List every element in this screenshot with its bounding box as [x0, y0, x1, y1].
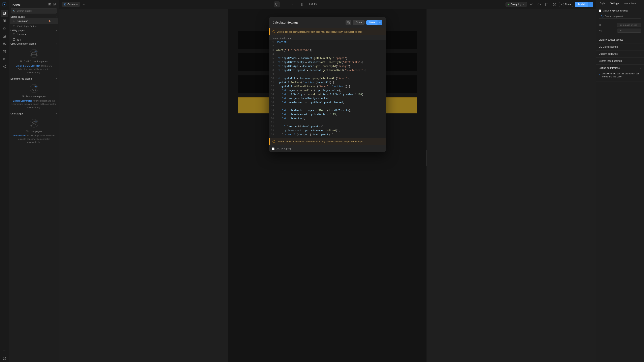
mobile-landscape-icon[interactable]	[290, 1, 297, 7]
publish-btn-main[interactable]: Publish	[575, 2, 588, 7]
search-icon: 🔍	[12, 10, 15, 12]
svg-point-13	[5, 65, 6, 66]
div-block-section-header[interactable]: Div Block settings ›	[599, 45, 641, 48]
editing-permissions-section-header[interactable]: Editing permissions ▾	[599, 66, 641, 69]
pages-icon[interactable]	[1, 10, 8, 17]
tab-settings[interactable]: Settings	[608, 0, 621, 7]
page-item-calculator[interactable]: Calculator 🏠 ›	[10, 18, 58, 24]
integrations-icon[interactable]	[1, 63, 8, 70]
editing-permissions-checkbox-row: ✓ Allow users to edit this element in ed…	[599, 71, 641, 79]
svg-line-65	[562, 4, 563, 4]
app-tab[interactable]: Calculator	[62, 2, 80, 7]
desktop-icon[interactable]	[274, 1, 280, 7]
svg-rect-26	[13, 33, 15, 35]
line-wrap-label[interactable]: Line wrapping	[272, 147, 291, 150]
users-enable-link[interactable]: Enable Users	[13, 134, 26, 137]
svg-point-61	[563, 3, 563, 4]
chat-icon[interactable]	[544, 1, 550, 7]
svg-rect-24	[13, 20, 15, 22]
code-icon[interactable]	[536, 1, 542, 7]
custom-attributes-section-header[interactable]: Custom attributes ›	[599, 52, 641, 55]
mobile-icon[interactable]	[299, 1, 305, 7]
code-line-11: 11inputsAll.forEach(function (inputsAll)…	[269, 81, 386, 85]
more-button[interactable]: ···	[82, 3, 87, 6]
create-component-button[interactable]: Create component	[599, 14, 641, 19]
cms-pages-empty-icon	[29, 48, 39, 58]
pages-add-folder-icon[interactable]	[48, 2, 51, 7]
before-body-label: Before </body> tag	[272, 37, 291, 39]
modal-copy-icon[interactable]	[346, 20, 351, 25]
ecommerce-pages-section-header[interactable]: Ecommerce pages ▾	[9, 77, 59, 80]
code-editor[interactable]: 1<script> 2 3alert("It's connected."); 4…	[269, 40, 386, 138]
modal-close-button[interactable]: Close	[353, 20, 365, 25]
modal-save-button[interactable]: Save	[366, 20, 378, 25]
svg-rect-47	[64, 3, 66, 5]
right-panel-tabs: Style Settings Interactions	[596, 0, 644, 7]
id-field-section: ID Tag Div Section Article Nav Header Fo…	[596, 21, 644, 36]
app-logo[interactable]	[2, 1, 7, 7]
users-icon[interactable]	[1, 40, 8, 47]
mode-button[interactable]: Designing	[506, 2, 527, 7]
code-line-18: 18 let priceBasic = pages * 500 * (1 + d…	[269, 109, 386, 113]
svg-line-64	[562, 4, 563, 5]
page-item-password[interactable]: Password	[10, 32, 58, 37]
ecommerce-icon[interactable]	[1, 48, 8, 55]
padding-global-section: padding-global Settings Create component	[596, 7, 644, 21]
tab-interactions[interactable]: Interactions	[621, 0, 638, 7]
cms-create-link[interactable]: Create a CMS Collection	[16, 64, 40, 67]
tablet-icon[interactable]	[282, 1, 288, 7]
static-pages-list: Calculator 🏠 › [Draft] Style Guide	[9, 18, 59, 29]
cms-pages-section-header[interactable]: CMS Collection pages ▾	[9, 42, 59, 45]
publish-dropdown-icon[interactable]	[588, 2, 593, 7]
padding-global-checkbox[interactable]	[599, 9, 601, 12]
id-field-input[interactable]	[617, 23, 641, 27]
logic-icon[interactable]: [F	[1, 55, 8, 63]
cms-pages-empty-desc: Create a CMS Collection and a CMS Collec…	[11, 64, 56, 74]
page-item-404[interactable]: 404	[10, 37, 58, 42]
settings-icon[interactable]	[1, 355, 8, 362]
canvas-bg: Opages 0% loppement	[59, 9, 596, 362]
svg-rect-6	[3, 21, 4, 22]
components-icon[interactable]	[1, 17, 8, 24]
checkmark-icon[interactable]	[528, 1, 534, 7]
page-chevron-icon[interactable]: ›	[52, 19, 56, 23]
code-line-16: 16 let development = inputDevelopment.ch…	[269, 101, 386, 105]
visibility-section-header[interactable]: Visibility & user access ›	[599, 38, 641, 41]
share-button[interactable]: Share	[559, 2, 573, 7]
layers-icon[interactable]	[1, 25, 8, 32]
tag-field-select[interactable]: Div Section Article Nav Header Footer	[617, 28, 641, 32]
utility-pages-section-header[interactable]: Utility pages ▾	[9, 29, 59, 32]
line-wrap-checkbox[interactable]	[272, 147, 274, 150]
pages-add-icon[interactable]	[52, 2, 56, 7]
search-index-section-header[interactable]: Search index settings ›	[599, 59, 641, 62]
svg-marker-60	[554, 4, 555, 5]
play-icon[interactable]	[552, 1, 558, 7]
publish-icon[interactable]	[1, 347, 8, 354]
ecommerce-pages-chevron: ▾	[56, 78, 57, 80]
code-line-7: 7let inputDesign = document.getElementBy…	[269, 65, 386, 69]
ecommerce-enable-link[interactable]: Enable Ecommerce	[13, 99, 32, 102]
assets-icon[interactable]	[1, 32, 8, 40]
code-line-15: 15 let design = inputDesign.checked;	[269, 97, 386, 101]
pages-header-icons	[48, 2, 56, 7]
page-home-icon[interactable]: 🏠	[48, 19, 51, 23]
svg-rect-55	[292, 3, 295, 5]
static-pages-chevron: ▾	[56, 16, 57, 18]
static-pages-section-header[interactable]: Static pages ▾	[9, 15, 59, 18]
modal-save-group: Save ▾	[366, 20, 382, 25]
modal-footer: Line wrapping	[269, 145, 386, 152]
user-pages-section-header[interactable]: User pages ▾	[9, 112, 59, 115]
svg-rect-66	[348, 22, 350, 23]
svg-point-18	[4, 358, 5, 359]
page-item-style-guide[interactable]: [Draft] Style Guide	[10, 24, 58, 29]
modal-save-dropdown[interactable]: ▾	[378, 20, 382, 25]
tab-style[interactable]: Style	[598, 0, 608, 7]
publish-button[interactable]: Publish	[575, 2, 593, 7]
svg-rect-7	[4, 21, 6, 22]
cms-pages-empty-title: No CMS Collection pages	[20, 60, 48, 63]
svg-point-59	[553, 3, 556, 6]
code-line-2: 2	[269, 45, 386, 49]
search-input[interactable]	[11, 8, 57, 13]
svg-line-16	[4, 67, 5, 67]
code-line-1: 1<script>	[269, 41, 386, 45]
